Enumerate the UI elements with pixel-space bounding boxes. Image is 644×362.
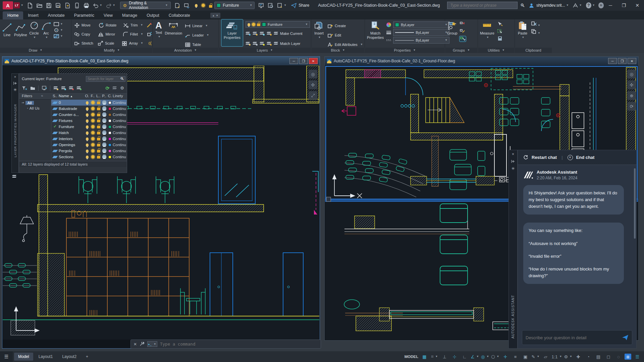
mirror-button[interactable]: Mirror (98, 30, 119, 39)
plot-preview-icon[interactable] (184, 3, 190, 8)
quick-properties-toggle[interactable]: ▤ (594, 353, 602, 360)
dimension-button[interactable]: Dimension (165, 19, 182, 36)
layer-search-input[interactable] (86, 76, 125, 82)
grid-display-toggle[interactable]: ▦ (420, 353, 428, 360)
new-filter-icon[interactable] (22, 86, 27, 90)
assistant-autohide-icon[interactable] (511, 160, 515, 163)
lock-ui-button[interactable]: ◻ (604, 353, 612, 360)
collapse-filters-icon[interactable]: « (41, 94, 43, 98)
tab-annotate[interactable]: Annotate (43, 11, 69, 19)
layer-thaw-icon[interactable] (253, 42, 257, 45)
rotate-button[interactable]: Rotate (98, 21, 120, 29)
copy-button[interactable]: Copy (74, 30, 95, 39)
insert-block-button[interactable]: Insert▼ (314, 19, 324, 39)
ground-floor-titlebar[interactable]: AutoCAD-LT-FY25_Fire-Station-Book-Cafe_0… (325, 57, 638, 65)
explode-button[interactable] (147, 30, 152, 39)
polar-tracking-toggle[interactable]: ∠▼ (471, 353, 479, 360)
search-icon[interactable]: 🔍︎ (520, 3, 525, 8)
user-caret-icon[interactable]: ▼ (566, 4, 569, 7)
child-minimize-button[interactable]: ─ (289, 58, 298, 64)
array-button[interactable]: Array▼ (122, 39, 143, 48)
assistant-entry-icon[interactable]: ≋ (598, 2, 604, 8)
redo-icon[interactable] (106, 3, 112, 8)
move-button[interactable]: Move (74, 21, 95, 29)
linetype-icon[interactable] (386, 40, 391, 41)
col-name[interactable]: Name ▲ (59, 94, 84, 98)
undo-caret-icon[interactable]: ▼ (100, 4, 102, 7)
quick-calc-icon[interactable] (497, 36, 503, 42)
object-color-select[interactable]: ByLayer▼ (393, 21, 449, 28)
child-close-button[interactable]: ✕ (628, 58, 636, 64)
minimize-button[interactable]: ─ (604, 1, 617, 10)
zoom-extents-icon[interactable]: ⤢ (309, 91, 317, 100)
col-lock[interactable]: L.. (96, 94, 101, 98)
text-button[interactable]: A Text▼ (155, 19, 162, 38)
palette-close-icon[interactable]: × (14, 75, 16, 79)
tab-output[interactable]: Output (142, 11, 164, 19)
autodesk-caret-icon[interactable]: ▼ (579, 4, 582, 7)
selection-cycling-toggle[interactable]: ▣ (521, 353, 529, 360)
sheet-set-icon[interactable] (174, 3, 180, 8)
col-plot[interactable]: P.. (101, 94, 107, 98)
workspace-switcher[interactable]: ⚙ Drafting & Annotation ▼ (120, 2, 171, 9)
tab-home[interactable]: Home (3, 11, 23, 19)
linetype-select[interactable]: ByLayer▼ (393, 37, 449, 44)
cut-icon[interactable]: ▼ (531, 21, 540, 27)
command-input[interactable] (160, 342, 318, 347)
command-prompt-chip[interactable]: ▸_▼ (147, 341, 157, 347)
open-folder-icon[interactable] (37, 3, 42, 8)
lighting-bulb-icon[interactable] (195, 4, 198, 7)
fillet-button[interactable]: Fillet▼ (123, 30, 143, 39)
linear-dimension-button[interactable]: Linear▼ (185, 21, 209, 30)
new-file-icon[interactable] (27, 3, 33, 8)
mobile-upload-icon[interactable] (74, 3, 80, 8)
layer-on-icon[interactable] (246, 42, 250, 45)
circle-tool-button[interactable]: Circle▼ (29, 19, 39, 39)
measure-button[interactable]: Measure▼ (480, 19, 494, 39)
group-selection-icon[interactable] (460, 36, 466, 42)
color-wheel-icon[interactable] (386, 22, 391, 27)
make-current-button[interactable]: Make Current (274, 29, 303, 38)
layer-row[interactable]: 0Continuous (51, 100, 127, 106)
paste-button[interactable]: Paste▼ (518, 19, 528, 39)
child-close-button[interactable]: ✕ (309, 58, 318, 64)
child-restore-button[interactable]: ❐ (618, 58, 627, 64)
suggestion-unused-blocks[interactable]: “How do I remove unused blocks from my d… (529, 266, 619, 279)
new-group-filter-icon[interactable] (30, 86, 35, 90)
close-button[interactable]: ✕ (631, 1, 644, 10)
redo-caret-icon[interactable]: ▼ (113, 4, 115, 7)
clean-screen-toggle[interactable]: ☰ (633, 353, 641, 360)
scale-button[interactable]: Scale (98, 39, 118, 48)
create-block-button[interactable]: Create (327, 21, 363, 30)
lineweight-icon[interactable] (386, 31, 391, 34)
infer-constraints-toggle[interactable]: ⊥ (440, 353, 448, 360)
group-button[interactable]: Group (447, 19, 458, 36)
model-space-toggle[interactable]: MODEL (405, 353, 419, 360)
panel-label-properties[interactable]: Properties▼ (365, 48, 445, 53)
isometric-drafting-toggle[interactable]: ⬡▼ (491, 353, 499, 360)
assistant-scrollbar[interactable] (634, 168, 636, 239)
layer-row[interactable]: SectionsContinuous (51, 154, 127, 160)
refresh-icon[interactable]: ⟳ (106, 86, 110, 90)
new-layer-frozen-icon[interactable] (61, 86, 66, 90)
layer-row[interactable]: HatchContinuous (51, 130, 127, 136)
infocenter-search-input[interactable] (447, 2, 518, 9)
sun-brightness-icon[interactable] (202, 4, 205, 7)
palette-autohide-icon[interactable] (13, 81, 17, 85)
quick-select-icon[interactable] (497, 21, 503, 27)
fullnav-wheel-icon[interactable]: ◎ (627, 70, 636, 78)
assistant-close-icon[interactable]: × (512, 152, 514, 156)
panel-label-draw[interactable]: Draw▼ (0, 48, 71, 53)
ellipse-tool-button[interactable]: ▼ (53, 28, 63, 33)
set-current-layer-icon[interactable] (76, 86, 81, 90)
autocad-logo[interactable]: A (3, 1, 13, 9)
trim-button[interactable]: Trim▼ (123, 21, 143, 29)
maximize-button[interactable]: ❐ (617, 1, 631, 10)
col-linetype[interactable]: Linety (113, 94, 126, 98)
share-label[interactable]: Share (299, 3, 309, 8)
layer-row[interactable]: InteriorsContinuous (51, 136, 127, 142)
layer-properties-button[interactable]: Layer Properties (221, 19, 243, 46)
command-close-icon[interactable]: ✕ (133, 342, 137, 346)
restart-chat-button[interactable]: Restart chat (532, 155, 557, 160)
layer-off-icon[interactable] (246, 32, 250, 35)
